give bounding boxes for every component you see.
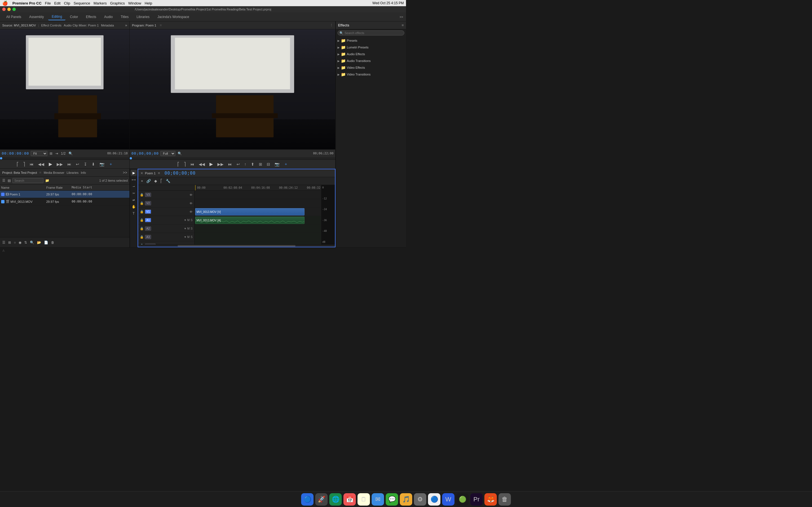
source-safe-zones[interactable]: ⊞ (49, 151, 53, 156)
project-list-view[interactable]: ▤ (7, 178, 11, 183)
a3-collapse-icon[interactable]: ▾ (185, 235, 186, 239)
v3-track-btn[interactable]: V3 (145, 193, 151, 197)
new-item-btn[interactable]: 📂 (36, 240, 42, 245)
tl-mark-in[interactable]: ⎡ (159, 178, 163, 184)
step-back-btn[interactable]: ◀◀ (37, 161, 45, 167)
sequence-menu[interactable]: Sequence (73, 1, 90, 5)
v3-eye-icon[interactable]: 👁 (190, 193, 193, 196)
source-insert-btn[interactable]: ⇥ (55, 151, 59, 156)
table-row[interactable]: 🎬 MVI_0013.MOV 29.97 fps 00:00:00:00 (0, 198, 130, 205)
a3-track-btn[interactable]: A3 (145, 235, 151, 239)
tab-color[interactable]: Color (66, 14, 82, 20)
prog-lift[interactable]: ↑ (243, 161, 248, 167)
track-select-tool[interactable]: ⟷ (131, 177, 137, 183)
tl-wrench[interactable]: 🔧 (165, 178, 171, 184)
new-sequence-btn[interactable]: 📄 (43, 240, 49, 245)
program-zoom[interactable]: 🔍 (177, 151, 183, 156)
effects-panel-menu[interactable]: ≡ (402, 23, 404, 27)
timeline-scrollbar[interactable] (138, 244, 335, 247)
prog-step-fwd[interactable]: ▶▶ (216, 161, 225, 167)
overwrite-btn[interactable]: ⬇ (91, 161, 96, 167)
source-monitor-title[interactable]: Source: MVI_0013.MOV (2, 24, 36, 27)
source-scrub-bar[interactable] (0, 157, 130, 159)
apple-menu[interactable]: 🍎 (2, 1, 8, 6)
edit-menu[interactable]: Edit (54, 1, 60, 5)
clip-mvi-video[interactable]: MVI_0013.MOV [V] (195, 208, 305, 216)
sort-icon[interactable]: ⇅ (24, 240, 28, 245)
tab-titles[interactable]: Titles (117, 14, 132, 20)
project-expand-btn[interactable]: >> (123, 170, 127, 175)
new-bin-btn[interactable]: 📁 (45, 178, 50, 183)
project-icon-view[interactable]: ☰ (2, 178, 6, 183)
timeline-close[interactable]: ✕ (140, 171, 143, 175)
hand-tool[interactable]: ✋ (131, 204, 137, 210)
timeline-menu[interactable]: ≡ (158, 171, 160, 175)
libraries-tab[interactable]: Libraries (66, 171, 79, 174)
delete-btn[interactable]: 🗑 (50, 240, 55, 245)
search-footer[interactable]: 🔍 (29, 240, 35, 245)
effect-controls-tab[interactable]: Effect Controls (41, 24, 61, 27)
source-zoom-icon[interactable]: 🔍 (68, 151, 73, 156)
go-to-out-btn[interactable]: ⏭ (66, 161, 72, 167)
prog-safe[interactable]: ⊞ (258, 161, 263, 167)
a3-lock-icon[interactable]: 🔒 (140, 235, 144, 239)
source-fit-dropdown[interactable]: Fit 25% 50% 100% (31, 151, 47, 156)
close-button[interactable] (2, 8, 6, 11)
clip-menu[interactable]: Clip (64, 1, 70, 5)
a1-mute-btn[interactable]: M (187, 219, 190, 222)
tab-libraries[interactable]: Libraries (133, 14, 153, 20)
timeline-playhead[interactable] (195, 185, 195, 190)
selection-tool[interactable]: ▶ (131, 170, 137, 176)
step-fwd-btn[interactable]: ▶▶ (56, 161, 64, 167)
effects-search-input[interactable] (345, 31, 402, 35)
prog-mark-in[interactable]: ⎡ (176, 161, 181, 167)
v1-lock-icon[interactable]: 🔒 (140, 210, 144, 214)
list-view-btn[interactable]: ☰ (2, 240, 6, 245)
effects-item-lumetri[interactable]: ▶ 📁 Lumetri Presets (336, 44, 406, 51)
program-fit-dropdown[interactable]: Full Fit 50% (160, 151, 175, 156)
prog-loop[interactable]: ↩ (236, 161, 241, 167)
prog-safe2[interactable]: ⊟ (266, 161, 271, 167)
freeform-view-btn[interactable]: ○ (13, 240, 16, 245)
clip-mvi-audio[interactable]: MVI_0013.MOV [A] (195, 217, 305, 224)
markers-menu[interactable]: Markers (94, 1, 107, 5)
icon-view-btn[interactable]: ⊞ (8, 240, 11, 245)
maximize-button[interactable] (12, 8, 16, 11)
a1-collapse-icon[interactable]: ▾ (185, 218, 186, 222)
v2-lock-icon[interactable]: 🔒 (140, 202, 144, 205)
text-tool[interactable]: T (131, 210, 137, 217)
audio-clip-mixer-tab[interactable]: Audio Clip Mixer: Poem 1 (64, 24, 99, 27)
tl-snap[interactable]: ⌖ (140, 178, 144, 184)
prog-step-back[interactable]: ◀◀ (198, 161, 206, 167)
table-row[interactable]: 🎞 Poem 1 29.97 fps 00:00:00:00 (0, 191, 130, 198)
project-search[interactable] (12, 178, 43, 183)
program-scrub-bar[interactable] (130, 157, 335, 159)
zoom-slider[interactable]: ◉ (18, 240, 22, 245)
graphics-menu[interactable]: Graphics (110, 1, 125, 5)
a3-mute-btn[interactable]: M (187, 235, 190, 238)
effects-item-audio-transitions[interactable]: ▶ 📁 Audio Transitions (336, 57, 406, 64)
tl-linked[interactable]: 🔗 (145, 178, 152, 184)
add-to-project[interactable]: ＋ (108, 161, 114, 168)
metadata-tab[interactable]: Metadata (101, 24, 114, 27)
v3-lock-icon[interactable]: 🔒 (140, 193, 144, 196)
mark-in-btn[interactable]: ⎡ (15, 161, 20, 167)
effects-item-audio-effects[interactable]: ▶ 📁 Audio Effects (336, 51, 406, 57)
source-panel-expand[interactable]: » (125, 23, 127, 27)
tab-editing[interactable]: Editing (48, 13, 65, 20)
workspace-more-button[interactable]: >> (400, 15, 403, 18)
timeline-scrollbar-thumb[interactable] (177, 245, 296, 247)
source-playhead[interactable] (0, 157, 2, 159)
source-play-btn[interactable]: ▶ (48, 161, 53, 168)
prog-go-out[interactable]: ⏭ (227, 161, 233, 167)
a1-lock-icon[interactable]: 🔒 (140, 218, 144, 222)
prog-export-frame[interactable]: 📷 (273, 161, 281, 167)
media-browser-tab[interactable]: Media Browser (44, 171, 64, 174)
v2-track-btn[interactable]: V2 (145, 201, 151, 205)
v1-track-btn[interactable]: V1 (145, 210, 151, 214)
v2-eye-icon[interactable]: 👁 (190, 202, 193, 205)
prog-add[interactable]: ＋ (283, 161, 289, 168)
v1-eye-icon[interactable]: 👁 (190, 210, 193, 214)
window-menu[interactable]: Window (128, 1, 141, 5)
prog-extract[interactable]: ⬆ (250, 161, 255, 167)
